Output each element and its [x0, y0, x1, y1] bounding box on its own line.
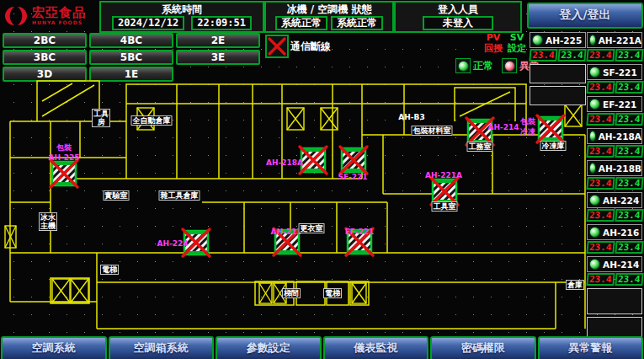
- floor-button-2bc[interactable]: 2BC: [3, 33, 87, 48]
- login-logout-button[interactable]: 登入/登出: [527, 3, 643, 29]
- equipment-name-row[interactable]: AH-218B: [587, 160, 642, 176]
- machine-status-title: 冰機 / 空調機 狀態: [266, 3, 392, 16]
- ahu-offline-icon[interactable]: [346, 228, 373, 255]
- equipment-pv-value: 23.4: [529, 49, 557, 62]
- status-lamp-legend: 正常 異常: [455, 58, 540, 73]
- equipment-item-ah-216: AH-21623.423.4: [587, 224, 642, 254]
- pv-sv-legend: PV SV 回授 設定: [482, 32, 529, 54]
- ahu-offline-icon[interactable]: [300, 147, 327, 174]
- equipment-name-row[interactable]: AH-225: [530, 32, 586, 48]
- equipment-name-row[interactable]: AH-218A: [587, 128, 642, 144]
- nav-button-4[interactable]: 儀表監視: [323, 336, 429, 359]
- ahu-offline-icon[interactable]: [431, 178, 458, 205]
- equipment-name-row[interactable]: AH-216: [587, 224, 642, 240]
- shaft-icon: [137, 108, 154, 130]
- empty-slot: [530, 86, 586, 105]
- shaft-icon: [52, 279, 70, 303]
- equipment-pv-value: 23.4: [586, 145, 615, 158]
- nav-button-1[interactable]: 空調系統: [1, 336, 107, 359]
- brand-subname: HUNYA FOODS: [32, 19, 86, 25]
- system-clock-value: 22:09:51: [191, 16, 252, 30]
- brand-logo: 宏亞食品 HUNYA FOODS: [3, 2, 96, 29]
- equipment-name-row[interactable]: SF-221: [587, 64, 642, 80]
- equipment-name: EF-221: [603, 99, 636, 110]
- sv-name-label: 設定: [505, 43, 529, 54]
- equipment-status-led-icon: [589, 163, 596, 174]
- equipment-pv-value: 23.4: [586, 81, 615, 94]
- floor-button-4bc[interactable]: 4BC: [89, 33, 173, 48]
- equipment-name: AH-221A: [599, 35, 641, 46]
- nav-button-6[interactable]: 異常警報: [538, 336, 644, 359]
- pv-label: PV: [482, 32, 505, 43]
- system-date-value: 2024/12/12: [112, 16, 184, 30]
- ahu-offline-icon[interactable]: [183, 229, 210, 256]
- floor-button-2e[interactable]: 2E: [176, 33, 260, 48]
- nav-button-3[interactable]: 參數設定: [216, 336, 322, 359]
- equipment-column-a: AH-22523.423.4: [530, 32, 586, 108]
- ahu-status-value: 系統正常: [331, 16, 383, 30]
- shaft-icon: [321, 108, 338, 130]
- ahu-offline-icon[interactable]: [51, 160, 77, 187]
- equipment-status-led-icon: [589, 35, 596, 46]
- normal-label: 正常: [473, 59, 493, 73]
- equipment-status-led-icon: [532, 35, 543, 46]
- system-time-title: 系統時間: [101, 3, 263, 16]
- equipment-sv-value: 23.4: [615, 49, 643, 62]
- shaft-icon: [352, 283, 366, 303]
- login-user-title: 登入人員: [396, 3, 520, 16]
- pv-name-label: 回授: [482, 43, 505, 54]
- ahu-offline-icon[interactable]: [274, 228, 301, 255]
- equipment-item-ah-218a: AH-218A23.423.4: [587, 128, 642, 158]
- equipment-item-ah-224: AH-22423.423.4: [587, 192, 642, 222]
- equipment-name-row[interactable]: EF-221: [587, 96, 642, 112]
- equipment-name: AH-214: [603, 260, 639, 270]
- equipment-name: AH-224: [603, 196, 639, 206]
- comm-loss-label: 通信斷線: [290, 40, 331, 54]
- equipment-sv-value: 23.4: [615, 209, 643, 222]
- nav-button-2[interactable]: 空調箱系統: [109, 336, 215, 359]
- equipment-item-ah-225: AH-22523.423.4: [530, 32, 586, 62]
- equipment-sv-value: 23.4: [615, 273, 643, 286]
- equipment-status-led-icon: [589, 67, 600, 78]
- equipment-sv-value: 23.4: [615, 177, 643, 190]
- equipment-item-ah-218b: AH-218B23.423.4: [587, 160, 642, 190]
- login-user-panel: 登入人員 未登入: [394, 1, 522, 33]
- floor-button-3bc[interactable]: 3BC: [3, 50, 87, 65]
- login-user-value: 未登入: [423, 16, 493, 30]
- equipment-status-led-icon: [589, 195, 600, 206]
- nav-button-5[interactable]: 密碼權限: [430, 336, 536, 359]
- equipment-item-ef-221: EF-22123.423.4: [587, 96, 642, 126]
- equipment-name-row[interactable]: AH-224: [587, 192, 642, 208]
- equipment-status-led-icon: [589, 227, 600, 238]
- equipment-sv-value: 23.4: [615, 241, 643, 254]
- equipment-name: AH-225: [546, 35, 582, 46]
- equipment-name-row[interactable]: AH-214: [587, 256, 642, 272]
- equipment-sv-value: 23.4: [557, 49, 586, 62]
- equipment-item-sf-221: SF-22123.423.4: [587, 64, 642, 94]
- ahu-offline-icon[interactable]: [537, 115, 564, 142]
- map-walls: [10, 81, 585, 329]
- equipment-sv-value: 23.4: [615, 81, 643, 94]
- equipment-status-led-icon: [589, 259, 600, 270]
- ahu-offline-icon[interactable]: [340, 147, 367, 174]
- equipment-item-ah-214: AH-21423.423.4: [587, 256, 642, 286]
- floor-plan-map: [0, 74, 591, 336]
- equipment-name-row[interactable]: AH-221A: [587, 32, 642, 48]
- equipment-name: AH-218A: [599, 131, 641, 142]
- shaft-icon: [287, 108, 304, 130]
- ahu-offline-icon[interactable]: [466, 118, 493, 145]
- floor-button-5bc[interactable]: 5BC: [89, 50, 173, 65]
- sv-label: SV: [505, 32, 529, 43]
- floor-button-3e[interactable]: 3E: [176, 50, 260, 65]
- chiller-status-value: 系統正常: [275, 16, 327, 30]
- equipment-name: AH-216: [603, 228, 639, 238]
- bottom-nav-bar: 空調系統空調箱系統參數設定儀表監視密碼權限異常警報: [0, 336, 644, 359]
- machine-status-panel: 冰機 / 空調機 狀態 系統正常 系統正常: [264, 1, 394, 33]
- empty-slot: [530, 64, 586, 83]
- brand-name: 宏亞食品: [32, 7, 86, 19]
- equipment-pv-value: 23.4: [586, 49, 615, 62]
- equipment-status-led-icon: [589, 99, 600, 110]
- normal-lamp-icon: [455, 58, 471, 73]
- equipment-pv-value: 23.4: [586, 273, 615, 286]
- abnormal-lamp-icon: [502, 58, 517, 73]
